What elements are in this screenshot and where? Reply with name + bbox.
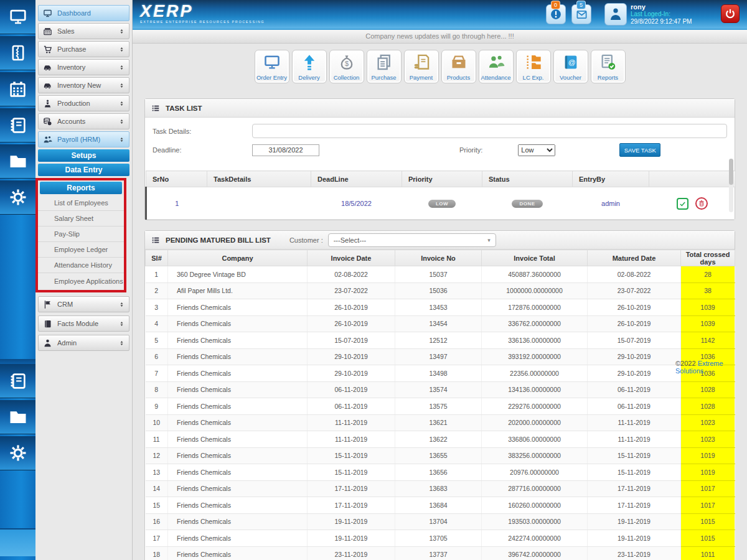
sidebar-item-dashboard[interactable]: Dashboard bbox=[38, 5, 129, 21]
strip-calendar-button[interactable] bbox=[0, 72, 35, 106]
crossed-days-cell: 1017 bbox=[681, 497, 735, 514]
invoice-no-cell: 13684 bbox=[395, 497, 482, 514]
sidebar-section-setups[interactable]: Setups bbox=[38, 149, 129, 162]
expand-arrows-icon bbox=[119, 27, 125, 35]
toolbar-collection-button[interactable]: Collection bbox=[329, 50, 364, 83]
sl-cell: 17 bbox=[146, 530, 168, 547]
invoice-total-cell: 242274.00000000 bbox=[482, 530, 588, 547]
sidebar-item-accounts[interactable]: Accounts bbox=[38, 113, 129, 129]
sidebar-item-label: Dashboard bbox=[57, 9, 91, 17]
table-row: 4Friends Chemicals26-10-201913454336762.… bbox=[146, 315, 735, 332]
sidebar-item-label: Inventory bbox=[57, 63, 85, 71]
sidebar-item-purchase[interactable]: Purchase bbox=[38, 41, 129, 57]
messages-button[interactable]: 5 bbox=[571, 4, 591, 24]
column-header: Sl# bbox=[146, 250, 168, 266]
toolbar-order-entry-button[interactable]: Order Entry bbox=[255, 50, 289, 83]
matured-date-cell: 29-10-2019 bbox=[588, 365, 681, 382]
sidebar-item-payroll-hrm[interactable]: Payroll (HRM) bbox=[38, 131, 129, 147]
task-details-cell bbox=[207, 187, 311, 220]
strip-folder-button[interactable] bbox=[0, 144, 35, 179]
task-details-input[interactable] bbox=[252, 124, 727, 138]
task-list-panel: TASK LIST Task Details: Deadline: Priori… bbox=[144, 98, 735, 220]
sidebar-item-sales[interactable]: Sales bbox=[38, 23, 129, 39]
sidebar-item-crm[interactable]: CRM bbox=[38, 296, 129, 312]
invoice-date-cell: 29-10-2019 bbox=[308, 348, 395, 365]
strip-spacer bbox=[0, 472, 35, 528]
sl-cell: 11 bbox=[146, 431, 168, 448]
strip-settings-button[interactable] bbox=[0, 180, 35, 215]
invoice-no-cell: 13574 bbox=[395, 381, 482, 398]
user-avatar-button[interactable] bbox=[604, 3, 627, 26]
sidebar-item-facts-module[interactable]: Facts Module bbox=[38, 315, 129, 332]
cart-icon bbox=[43, 45, 52, 54]
sidebar-item-inventory[interactable]: Inventory bbox=[38, 59, 129, 75]
invoice-date-cell: 15-11-2019 bbox=[308, 464, 395, 481]
panel-title: TASK LIST bbox=[166, 105, 202, 112]
scrollbar-thumb[interactable] bbox=[729, 159, 733, 185]
delete-task-button[interactable] bbox=[695, 197, 708, 210]
invoice-date-cell: 26-10-2019 bbox=[308, 299, 395, 316]
sidebar-section-reports[interactable]: Reports bbox=[40, 182, 122, 194]
customer-label: Customer : bbox=[289, 236, 323, 244]
toolbar-voucher-button[interactable]: Voucher bbox=[553, 50, 588, 83]
report-link-pay-slip[interactable]: Pay-Slip bbox=[38, 226, 124, 242]
folder-icon bbox=[9, 152, 27, 170]
invoice-date-cell: 17-11-2019 bbox=[308, 480, 395, 497]
matured-date-cell: 17-11-2019 bbox=[588, 497, 681, 514]
task-table-header-row: SrNo TaskDetails DeadLine Priority Statu… bbox=[146, 171, 736, 187]
sidebar-item-admin[interactable]: Admin bbox=[38, 335, 129, 351]
crossed-days-cell: 1028 bbox=[681, 381, 735, 398]
matured-date-cell: 17-11-2019 bbox=[588, 480, 681, 497]
toolbar-delivery-button[interactable]: Delivery bbox=[292, 50, 327, 83]
toolbar-label: Purchase bbox=[371, 74, 396, 81]
company-cell: Friends Chemicals bbox=[168, 480, 308, 497]
sidebar-item-inventory-new[interactable]: Inventory New bbox=[38, 77, 129, 93]
toolbar-purchase-button[interactable]: Purchase bbox=[367, 50, 402, 83]
sl-cell: 16 bbox=[146, 513, 168, 530]
report-link-list-of-employees[interactable]: List of Employees bbox=[38, 195, 124, 211]
company-cell: Friends Chemicals bbox=[168, 348, 308, 365]
invoice-no-cell: 13497 bbox=[395, 348, 482, 365]
strip-folder-button-2[interactable] bbox=[0, 400, 35, 434]
strip-dashboard-button[interactable] bbox=[0, 0, 35, 34]
table-row: 12Friends Chemicals15-11-201913655383256… bbox=[146, 447, 735, 464]
status-cell: DONE bbox=[482, 187, 573, 220]
toolbar-products-button[interactable]: Products bbox=[441, 50, 476, 83]
strip-documents-button[interactable] bbox=[0, 36, 35, 70]
expand-arrows-icon bbox=[119, 63, 125, 72]
report-link-attendance-history[interactable]: Attendance History bbox=[38, 258, 124, 273]
strip-notebook-button-2[interactable] bbox=[0, 364, 35, 398]
sidebar-item-label: Purchase bbox=[57, 45, 86, 53]
priority-select[interactable]: Low bbox=[518, 144, 555, 156]
logout-power-button[interactable] bbox=[721, 4, 740, 23]
sidebar-section-data-entry[interactable]: Data Entry bbox=[38, 164, 129, 176]
column-header: Invoice No bbox=[395, 250, 482, 266]
task-table-scrollbar[interactable] bbox=[729, 159, 733, 212]
deadline-input[interactable] bbox=[252, 144, 319, 156]
deadline-cell[interactable]: 18/5/2022 bbox=[311, 187, 402, 220]
logo-tagline: EXTREME ENTERPRISE RESOURCES PROCESSING bbox=[140, 20, 265, 24]
sidebar-item-production[interactable]: Production bbox=[38, 95, 129, 111]
report-link-employee-ledger[interactable]: Employee Ledger bbox=[38, 242, 124, 258]
user-info: rony Last Loged-In: 29/8/2022 9:12:47 PM bbox=[631, 3, 692, 26]
report-link-employee-applications[interactable]: Employee Applications bbox=[38, 273, 124, 289]
strip-settings-button-2[interactable] bbox=[0, 436, 35, 470]
customer-select[interactable]: ---Select--- ▾ bbox=[328, 233, 496, 247]
strip-notebook-button[interactable] bbox=[0, 108, 35, 142]
table-row: 18Friends Chemicals23-11-201913737396742… bbox=[146, 546, 735, 560]
mark-done-button[interactable] bbox=[677, 198, 688, 210]
gear-icon bbox=[9, 188, 27, 207]
toolbar-attendance-button[interactable]: Attendance bbox=[479, 50, 514, 83]
table-row: 6Friends Chemicals29-10-201913497393192.… bbox=[146, 348, 735, 365]
folder-icon bbox=[9, 408, 27, 426]
invoice-total-cell: 22356.00000000 bbox=[482, 365, 588, 382]
crossed-days-cell: 1019 bbox=[681, 464, 735, 481]
save-task-button[interactable]: SAVE TASK bbox=[619, 143, 660, 157]
toolbar-lc-exp-button[interactable]: LC Exp. bbox=[516, 50, 551, 83]
report-link-salary-sheet[interactable]: Salary Sheet bbox=[38, 211, 124, 226]
crossed-days-cell: 38 bbox=[681, 282, 735, 299]
toolbar-payment-button[interactable]: Payment bbox=[404, 50, 439, 83]
toolbar-reports-button[interactable]: Reports bbox=[591, 50, 626, 83]
alerts-button[interactable]: 0 bbox=[546, 4, 566, 24]
voucher-book-icon bbox=[562, 50, 580, 74]
